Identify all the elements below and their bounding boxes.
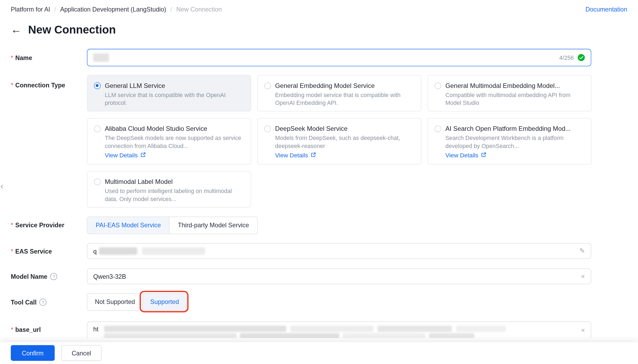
- page-content: Platform for AI / Application Developmen…: [0, 0, 638, 338]
- new-connection-page: Platform for AI / Application Developmen…: [0, 0, 638, 364]
- option-desc: Compatible with multimodal embedding API…: [445, 91, 584, 106]
- connection-type-label: * Connection Type: [11, 81, 65, 88]
- clear-icon[interactable]: ×: [581, 327, 585, 334]
- external-link-icon: [140, 152, 146, 159]
- view-details-link[interactable]: View Details: [105, 152, 244, 159]
- option-alibaba-model-studio[interactable]: Alibaba Cloud Model Studio Service The D…: [87, 118, 251, 164]
- tool-call-options: Not Supported Supported: [87, 293, 187, 311]
- breadcrumb-platform-for-ai[interactable]: Platform for AI: [11, 6, 50, 13]
- breadcrumb: Platform for AI / Application Developmen…: [11, 6, 222, 13]
- tool-call-supported[interactable]: Supported: [142, 294, 186, 310]
- redacted-eas-value: [142, 247, 205, 255]
- service-provider-tabs: PAI-EAS Model Service Third-party Model …: [87, 217, 258, 234]
- breadcrumb-separator-icon: /: [54, 6, 56, 13]
- option-title: DeepSeek Model Service: [275, 124, 414, 133]
- confirm-button[interactable]: Confirm: [11, 345, 55, 361]
- panel-collapse-icon[interactable]: ‹: [1, 180, 3, 192]
- tool-call-label: Tool Call ?: [11, 299, 46, 306]
- view-details-link[interactable]: View Details: [275, 152, 414, 159]
- required-marker: *: [11, 81, 13, 88]
- required-marker: *: [11, 248, 13, 255]
- model-name-value: Qwen3-32B: [93, 273, 126, 280]
- radio-icon[interactable]: [264, 125, 271, 132]
- redacted-name-value: [93, 53, 109, 62]
- option-desc: Used to perform intelligent labeling on …: [105, 187, 244, 203]
- service-provider-label: * Service Provider: [11, 222, 64, 229]
- edit-icon[interactable]: ✎: [580, 248, 585, 254]
- eas-service-value-prefix: q: [93, 247, 97, 254]
- connection-type-options: General LLM Service LLM service that is …: [87, 75, 592, 208]
- radio-icon[interactable]: [264, 83, 271, 89]
- breadcrumb-separator-icon: /: [170, 6, 172, 13]
- option-general-multimodal-embedding[interactable]: General Multimodal Embedding Model... Co…: [428, 75, 592, 112]
- redacted-base-url: [429, 333, 474, 338]
- option-title: General LLM Service: [105, 81, 244, 90]
- option-ai-search-open-platform[interactable]: AI Search Open Platform Embedding Mod...…: [428, 118, 592, 164]
- cancel-button[interactable]: Cancel: [61, 345, 102, 361]
- redacted-base-url: [377, 326, 452, 332]
- footer-action-bar: Confirm Cancel: [0, 342, 638, 364]
- page-title: New Connection: [28, 23, 116, 36]
- clear-icon[interactable]: ×: [581, 273, 585, 280]
- breadcrumb-application-development[interactable]: Application Development (LangStudio): [60, 6, 166, 13]
- option-multimodal-label-model[interactable]: Multimodal Label Model Used to perform i…: [87, 171, 251, 207]
- option-deepseek-model-service[interactable]: DeepSeek Model Service Models from DeepS…: [257, 118, 421, 164]
- option-desc: Models from DeepSeek, such as deepseek-c…: [275, 134, 414, 150]
- tab-third-party-model-service[interactable]: Third-party Model Service: [169, 217, 257, 234]
- radio-icon[interactable]: [94, 125, 101, 132]
- view-details-link[interactable]: View Details: [445, 152, 584, 159]
- model-name-label: Model Name ?: [11, 273, 57, 280]
- option-desc: The DeepSeek models are now supported as…: [105, 134, 244, 150]
- base-url-input[interactable]: ht ×: [87, 321, 591, 338]
- base-url-label: * base_url: [11, 326, 41, 333]
- redacted-base-url: [290, 326, 373, 332]
- required-marker: *: [11, 222, 13, 229]
- option-general-llm-service[interactable]: General LLM Service LLM service that is …: [87, 75, 251, 112]
- radio-icon[interactable]: [435, 125, 441, 132]
- option-desc: Search Development Workbench is a platfo…: [445, 134, 584, 150]
- option-desc: LLM service that is compatible with the …: [105, 91, 244, 106]
- redacted-base-url: [240, 333, 339, 338]
- back-button[interactable]: ←: [11, 22, 21, 36]
- required-marker: *: [11, 326, 13, 333]
- tool-call-not-supported[interactable]: Not Supported: [87, 294, 142, 310]
- char-counter: 4/256: [559, 54, 574, 61]
- option-general-embedding-service[interactable]: General Embedding Model Service Embeddin…: [257, 75, 421, 112]
- breadcrumb-new-connection: New Connection: [176, 6, 222, 13]
- option-title: General Embedding Model Service: [275, 81, 414, 90]
- name-input[interactable]: 4/256: [87, 49, 591, 66]
- redacted-eas-value: [99, 247, 137, 255]
- option-title: General Multimodal Embedding Model...: [445, 81, 584, 90]
- option-title: Alibaba Cloud Model Studio Service: [105, 124, 244, 133]
- radio-icon[interactable]: [435, 83, 441, 89]
- radio-checked-icon[interactable]: [94, 83, 101, 89]
- redacted-base-url: [456, 326, 506, 332]
- valid-check-icon: [577, 54, 585, 61]
- tab-pai-eas-model-service[interactable]: PAI-EAS Model Service: [87, 217, 169, 234]
- model-name-input[interactable]: Qwen3-32B ×: [87, 268, 591, 284]
- option-title: Multimodal Label Model: [105, 177, 244, 186]
- redacted-base-url: [104, 326, 286, 332]
- name-label: * Name: [11, 54, 32, 61]
- redacted-base-url: [343, 333, 425, 338]
- required-marker: *: [11, 54, 13, 61]
- help-icon[interactable]: ?: [50, 273, 57, 280]
- external-link-icon: [481, 152, 486, 159]
- external-link-icon: [310, 152, 316, 159]
- option-desc: Embedding model service that is compatib…: [275, 91, 414, 106]
- eas-service-input[interactable]: q ✎: [87, 243, 591, 259]
- documentation-link[interactable]: Documentation: [585, 6, 627, 13]
- option-title: AI Search Open Platform Embedding Mod...: [445, 124, 584, 133]
- eas-service-label: * EAS Service: [11, 248, 52, 255]
- base-url-value-prefix: ht: [93, 326, 98, 333]
- radio-icon[interactable]: [94, 179, 101, 185]
- help-icon[interactable]: ?: [39, 299, 46, 306]
- redacted-base-url: [104, 333, 237, 338]
